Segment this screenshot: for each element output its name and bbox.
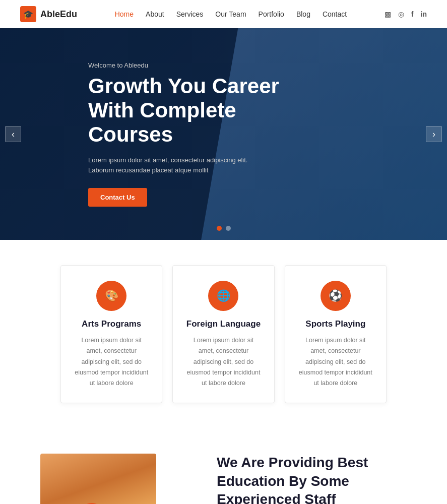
nav-item-home[interactable]: Home	[115, 10, 134, 18]
service-icon: ⚽	[321, 281, 351, 311]
nav-social: ▩ ◎ f in	[385, 10, 427, 18]
hero-next-arrow[interactable]: ›	[426, 126, 442, 142]
hero-dot-1[interactable]	[217, 226, 222, 231]
nav-item-services[interactable]: Services	[176, 10, 204, 18]
logo[interactable]: 🎓 AbleEdu	[20, 6, 77, 22]
service-description: Lorem ipsum dolor sit amet, consectetur …	[185, 335, 262, 389]
logo-icon: 🎓	[20, 6, 36, 22]
hero-prev-arrow[interactable]: ‹	[5, 126, 21, 142]
nav-item-our-team[interactable]: Our Team	[215, 10, 246, 18]
service-description: Lorem ipsum dolor sit amet, consectetur …	[297, 335, 374, 389]
nav-item-about[interactable]: About	[146, 10, 164, 18]
service-title: Foreign Language	[185, 319, 262, 329]
facebook-icon[interactable]: f	[411, 10, 414, 18]
hero-description: Lorem ipsum dolor sit amet, consectetur …	[88, 155, 260, 176]
about-title: We Are Providing Best Education By Some …	[217, 454, 407, 504]
about-images: ▶	[40, 454, 197, 504]
service-card: 🎨 Arts Programs Lorem ipsum dolor sit am…	[60, 265, 162, 403]
hero-section: ‹ Welcome to Ableedu Growth You Career W…	[0, 28, 447, 240]
service-title: Sports Playing	[297, 319, 374, 329]
navbar: 🎓 AbleEdu HomeAboutServicesOur TeamPortf…	[0, 0, 447, 28]
linkedin-icon[interactable]: in	[421, 10, 427, 18]
service-card: ⚽ Sports Playing Lorem ipsum dolor sit a…	[285, 265, 387, 403]
nav-item-contact[interactable]: Contact	[323, 10, 347, 18]
about-main-image	[40, 454, 156, 504]
hero-dot-2[interactable]	[226, 226, 231, 231]
about-section: ▶ We Are Providing Best Education By Som…	[0, 428, 447, 504]
service-description: Lorem ipsum dolor sit amet, consectetur …	[73, 335, 150, 389]
hero-content: Welcome to Ableedu Growth You Career Wit…	[0, 61, 282, 207]
about-content: We Are Providing Best Education By Some …	[217, 454, 407, 504]
services-grid: 🎨 Arts Programs Lorem ipsum dolor sit am…	[60, 265, 387, 403]
nav-item-portfolio[interactable]: Portfolio	[259, 10, 284, 18]
instagram-icon[interactable]: ◎	[398, 10, 404, 18]
logo-text: AbleEdu	[40, 9, 77, 20]
about-main-image-inner	[40, 454, 156, 504]
hero-dots	[217, 226, 231, 231]
service-icon: 🌐	[208, 281, 238, 311]
hero-cta-button[interactable]: Contact Us	[88, 188, 147, 207]
nav-item-blog[interactable]: Blog	[296, 10, 310, 18]
nav-links: HomeAboutServicesOur TeamPortfolioBlogCo…	[115, 10, 347, 19]
service-icon: 🎨	[96, 281, 126, 311]
service-card: 🌐 Foreign Language Lorem ipsum dolor sit…	[172, 265, 274, 403]
service-title: Arts Programs	[73, 319, 150, 329]
hero-subtitle: Welcome to Ableedu	[88, 61, 282, 69]
vimeo-icon[interactable]: ▩	[385, 10, 391, 18]
hero-title: Growth You Career With Complete Courses	[88, 74, 282, 147]
services-section: 🎨 Arts Programs Lorem ipsum dolor sit am…	[0, 240, 447, 428]
